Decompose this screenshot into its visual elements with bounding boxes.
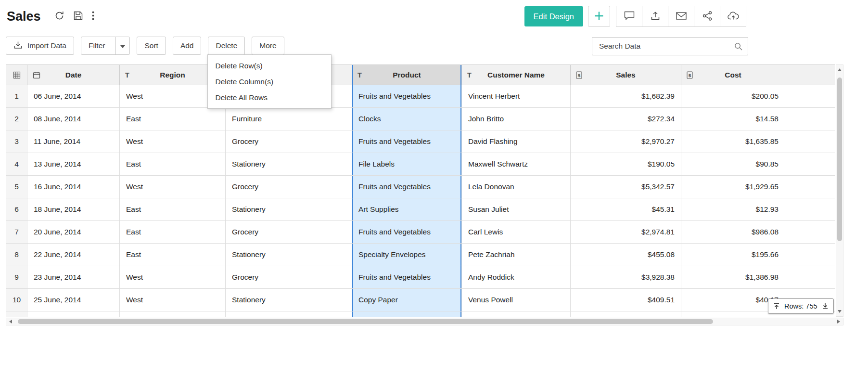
- cell-category[interactable]: Furniture: [226, 108, 352, 130]
- row-number-cell[interactable]: 10: [6, 289, 27, 311]
- cell-date[interactable]: 18 June, 2014: [27, 198, 120, 221]
- cell-product[interactable]: Fruits and Vegetables: [352, 266, 462, 289]
- rows-count-badge[interactable]: Rows: 755: [768, 298, 834, 314]
- cell-customer_name[interactable]: David Flashing: [462, 130, 571, 153]
- search-icon[interactable]: [734, 42, 742, 51]
- cell-date[interactable]: 25 June, 2014: [27, 289, 120, 311]
- cell-customer_name[interactable]: Venus Powell: [462, 289, 571, 311]
- edit-design-button[interactable]: Edit Design: [524, 6, 583, 26]
- comments-button[interactable]: [616, 6, 642, 27]
- cell-region[interactable]: West: [120, 289, 226, 311]
- cell-customer_name[interactable]: John Britto: [462, 108, 571, 130]
- cell-product[interactable]: Copy Paper: [352, 289, 462, 311]
- cell-sales[interactable]: $455.08: [571, 244, 681, 266]
- cell-product[interactable]: Art Supplies: [352, 198, 462, 221]
- column-header-rownum[interactable]: [6, 65, 27, 85]
- cell-date[interactable]: 20 June, 2014: [27, 221, 120, 244]
- cell-cost[interactable]: $1,635.85: [681, 130, 785, 153]
- cell-sales[interactable]: $2,970.27: [571, 130, 681, 153]
- column-header-cost[interactable]: $Cost: [681, 65, 785, 85]
- add-button[interactable]: Add: [173, 37, 202, 55]
- row-number-cell[interactable]: 9: [6, 266, 27, 289]
- cell-sales[interactable]: $3,928.38: [571, 266, 681, 289]
- cell-category[interactable]: Grocery: [226, 130, 352, 153]
- cell-cost[interactable]: $90.85: [681, 153, 785, 176]
- column-header-product[interactable]: TProduct: [352, 65, 462, 85]
- cell-category[interactable]: Grocery: [226, 176, 352, 198]
- menu-item-delete-all-rows[interactable]: Delete All Rows: [208, 90, 331, 105]
- scroll-up-arrow[interactable]: [838, 68, 842, 71]
- cell-date[interactable]: 23 June, 2014: [27, 266, 120, 289]
- cell-product[interactable]: Clocks: [352, 108, 462, 130]
- email-button[interactable]: [668, 6, 694, 27]
- scroll-right-arrow[interactable]: [837, 320, 840, 323]
- export-button[interactable]: [642, 6, 668, 27]
- cell-sales[interactable]: $272.34: [571, 108, 681, 130]
- horizontal-scrollbar[interactable]: [6, 318, 843, 325]
- cell-sales[interactable]: $2,974.81: [571, 221, 681, 244]
- cell-product[interactable]: Specialty Envelopes: [352, 244, 462, 266]
- cell-customer_name[interactable]: Carl Lewis: [462, 221, 571, 244]
- vertical-scrollbar[interactable]: [836, 65, 843, 317]
- cell-customer_name[interactable]: Andy Roddick: [462, 266, 571, 289]
- row-number-cell[interactable]: 7: [6, 221, 27, 244]
- cell-product[interactable]: Fruits and Vegetables: [352, 221, 462, 244]
- cell-sales[interactable]: $5,342.57: [571, 176, 681, 198]
- sort-button[interactable]: Sort: [137, 37, 166, 55]
- cell-sales[interactable]: $1,682.39: [571, 85, 681, 108]
- cell-region[interactable]: West: [120, 176, 226, 198]
- row-number-cell[interactable]: 2: [6, 108, 27, 130]
- more-button[interactable]: More: [252, 37, 284, 55]
- scroll-left-arrow[interactable]: [9, 320, 12, 323]
- horizontal-scroll-thumb[interactable]: [18, 319, 713, 324]
- filter-button[interactable]: Filter: [81, 37, 130, 55]
- cell-category[interactable]: Stationery: [226, 153, 352, 176]
- cell-product[interactable]: Fruits and Vegetables: [352, 85, 462, 108]
- cell-date[interactable]: 08 June, 2014: [27, 108, 120, 130]
- row-number-cell[interactable]: 3: [6, 130, 27, 153]
- refresh-button[interactable]: [54, 11, 64, 22]
- search-input[interactable]: [598, 41, 734, 51]
- menu-item-delete-columns[interactable]: Delete Column(s): [208, 74, 331, 90]
- column-header-sales[interactable]: $Sales: [571, 65, 681, 85]
- cell-cost[interactable]: $1,386.98: [681, 266, 785, 289]
- cell-cost[interactable]: $200.05: [681, 85, 785, 108]
- cell-category[interactable]: Stationery: [226, 289, 352, 311]
- cell-customer_name[interactable]: Lela Donovan: [462, 176, 571, 198]
- row-number-cell[interactable]: 1: [6, 85, 27, 108]
- cell-category[interactable]: Stationery: [226, 198, 352, 221]
- vertical-scroll-thumb[interactable]: [837, 78, 842, 241]
- row-number-cell[interactable]: 5: [6, 176, 27, 198]
- cell-product[interactable]: Fruits and Vegetables: [352, 176, 462, 198]
- cell-category[interactable]: Grocery: [226, 221, 352, 244]
- cell-cost[interactable]: $195.66: [681, 244, 785, 266]
- cell-product[interactable]: File Labels: [352, 153, 462, 176]
- cell-region[interactable]: West: [120, 266, 226, 289]
- go-bottom-icon[interactable]: [822, 303, 829, 310]
- cell-region[interactable]: East: [120, 198, 226, 221]
- share-button[interactable]: [694, 6, 720, 27]
- cell-date[interactable]: 16 June, 2014: [27, 176, 120, 198]
- cell-region[interactable]: East: [120, 153, 226, 176]
- import-data-button[interactable]: Import Data: [6, 37, 74, 55]
- cell-region[interactable]: East: [120, 108, 226, 130]
- filter-dropdown-toggle[interactable]: [115, 37, 129, 54]
- save-button[interactable]: [74, 11, 83, 22]
- cell-sales[interactable]: $190.05: [571, 153, 681, 176]
- cell-sales[interactable]: $409.51: [571, 289, 681, 311]
- row-number-cell[interactable]: 8: [6, 244, 27, 266]
- add-new-button[interactable]: [588, 6, 610, 27]
- more-options-button[interactable]: [92, 11, 94, 22]
- cell-product[interactable]: Fruits and Vegetables: [352, 130, 462, 153]
- row-number-cell[interactable]: 6: [6, 198, 27, 221]
- go-top-icon[interactable]: [773, 303, 780, 310]
- menu-item-delete-rows[interactable]: Delete Row(s): [208, 58, 331, 74]
- cell-region[interactable]: West: [120, 130, 226, 153]
- scroll-down-arrow[interactable]: [838, 310, 842, 313]
- cell-customer_name[interactable]: Susan Juliet: [462, 198, 571, 221]
- cell-region[interactable]: East: [120, 244, 226, 266]
- cell-category[interactable]: Stationery: [226, 244, 352, 266]
- cell-cost[interactable]: $14.58: [681, 108, 785, 130]
- cell-date[interactable]: 13 June, 2014: [27, 153, 120, 176]
- cell-sales[interactable]: $45.31: [571, 198, 681, 221]
